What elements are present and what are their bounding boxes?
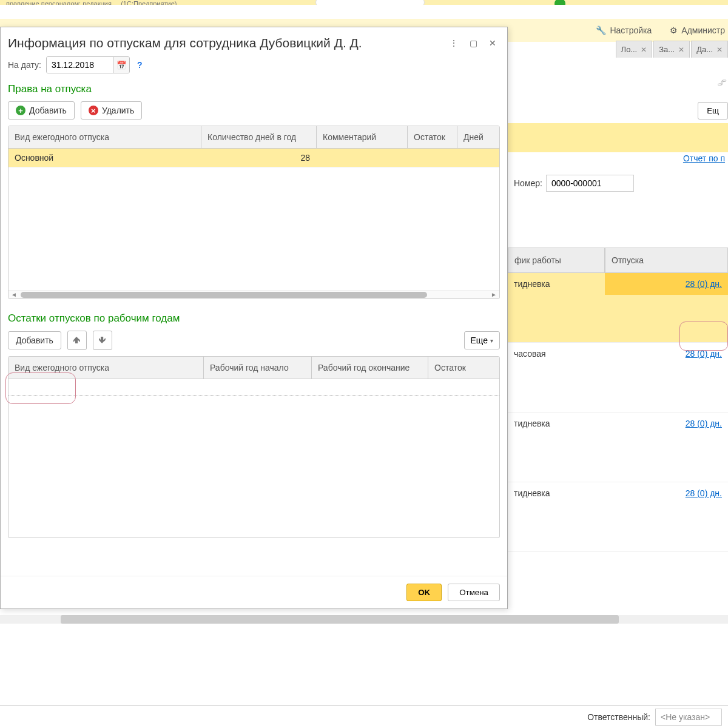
col2-start[interactable]: Рабочий год начало (204, 357, 312, 379)
vacation-info-dialog: Информация по отпускам для сотрудника Ду… (0, 27, 508, 609)
dialog-title: Информация по отпускам для сотрудника Ду… (8, 36, 442, 50)
app-title-partial: правление персоналом; редакция ... (1С:П… (0, 0, 728, 5)
remains-table: Вид ежегодного отпуска Рабочий год начал… (8, 356, 500, 538)
bg-col-vacation: Отпуска (605, 248, 728, 273)
plus-icon: + (16, 106, 25, 115)
col2-rest[interactable]: Остаток (428, 357, 499, 379)
responsible-field[interactable] (655, 709, 722, 726)
tab-da[interactable]: Да...✕ (691, 41, 728, 58)
cross-icon: × (89, 106, 98, 115)
responsible-label: Ответственный: (587, 712, 650, 722)
vacation-link[interactable]: 28 (0) дн. (686, 279, 722, 289)
close-icon[interactable]: ✕ (678, 46, 684, 54)
status-indicator-icon (554, 0, 565, 5)
close-icon[interactable]: ✕ (641, 46, 647, 54)
number-label: Номер: (514, 178, 542, 188)
add-button[interactable]: + Добавить (8, 101, 75, 120)
table-row[interactable]: Основной 28 (8, 149, 499, 167)
add-button-2[interactable]: Добавить (8, 331, 61, 349)
tab-za[interactable]: За...✕ (653, 41, 690, 58)
wrench-icon: 🔧 (596, 25, 606, 35)
menu-settings[interactable]: 🔧 Настройка (596, 25, 652, 35)
highlight-annotation (679, 322, 728, 351)
col2-type[interactable]: Вид ежегодного отпуска (8, 357, 204, 379)
col-days2[interactable]: Дней (457, 126, 499, 148)
move-down-button[interactable]: 🡻 (93, 331, 112, 350)
highlight-band (508, 123, 728, 152)
more-button[interactable]: Еще ▾ (464, 331, 500, 349)
cell-type: Основной (8, 149, 201, 167)
cell-days: 28 (201, 149, 317, 167)
cell-schedule: тидневка (508, 413, 605, 434)
horizontal-scrollbar[interactable]: ◄ ► (8, 290, 499, 298)
cell-comment (317, 149, 408, 167)
maximize-icon[interactable]: ▢ (466, 36, 480, 50)
col-type[interactable]: Вид ежегодного отпуска (8, 126, 201, 148)
kebab-icon[interactable]: ⋮ (447, 36, 461, 50)
status-bar: Ответственный: (0, 705, 728, 728)
table-row[interactable]: тидневка 28 (0) дн. (508, 413, 728, 482)
cell-d (457, 149, 499, 167)
horizontal-scrollbar-bg[interactable] (0, 615, 728, 624)
section-remains-title: Остатки отпусков по рабочим годам (8, 312, 500, 325)
move-up-button[interactable]: 🡹 (67, 331, 87, 350)
cell-schedule: тидневка (508, 482, 605, 504)
table-row[interactable]: часовая 28 (0) дн. (508, 343, 728, 413)
table-row[interactable]: тидневка 28 (0) дн. (508, 482, 728, 552)
gear-icon: ⚙ (670, 25, 678, 35)
tab-lo[interactable]: Ло...✕ (616, 41, 653, 58)
attachment-icon[interactable]: 🖇 (717, 78, 728, 89)
number-field[interactable] (546, 175, 634, 192)
col-comment[interactable]: Комментарий (317, 126, 408, 148)
chevron-down-icon: ▾ (490, 337, 493, 344)
report-link[interactable]: Отчет по п (683, 153, 725, 163)
date-label: На дату: (8, 60, 41, 70)
col-rest[interactable]: Остаток (408, 126, 457, 148)
col2-end[interactable]: Рабочий год окончание (312, 357, 428, 379)
date-input[interactable] (47, 57, 113, 73)
ok-button[interactable]: OK (406, 584, 442, 601)
menu-admin[interactable]: ⚙ Администр (670, 25, 725, 35)
more-button-bg[interactable]: Ещ (698, 102, 728, 120)
cell-rest (408, 149, 457, 167)
cancel-button[interactable]: Отмена (448, 584, 500, 601)
scroll-left-icon[interactable]: ◄ (11, 291, 17, 298)
cell-schedule: часовая (508, 343, 605, 365)
help-icon[interactable]: ? (135, 60, 145, 70)
empty-row[interactable] (8, 379, 499, 396)
scroll-right-icon[interactable]: ► (491, 291, 497, 298)
delete-button[interactable]: × Удалить (81, 101, 142, 120)
arrow-up-icon: 🡹 (73, 336, 81, 345)
vacation-link[interactable]: 28 (0) дн. (686, 488, 722, 498)
cell-schedule: тидневка (508, 273, 605, 295)
rights-table: Вид ежегодного отпуска Количество дней в… (8, 126, 500, 299)
arrow-down-icon: 🡻 (98, 336, 106, 345)
global-search[interactable] (315, 0, 425, 5)
section-rights-title: Права на отпуска (8, 83, 500, 95)
calendar-icon[interactable]: 📅 (113, 57, 129, 73)
background-form: 🖇 Ещ Отчет по п Номер: фик работы Отпуск… (508, 59, 728, 728)
bg-col-schedule: фик работы (508, 248, 605, 273)
close-icon[interactable]: ✕ (716, 46, 723, 54)
document-tabs: Ло...✕ За...✕ Да...✕ (616, 39, 728, 59)
close-icon[interactable]: ✕ (485, 36, 500, 50)
col-days[interactable]: Количество дней в год (201, 126, 317, 148)
vacation-link[interactable]: 28 (0) дн. (686, 419, 722, 428)
